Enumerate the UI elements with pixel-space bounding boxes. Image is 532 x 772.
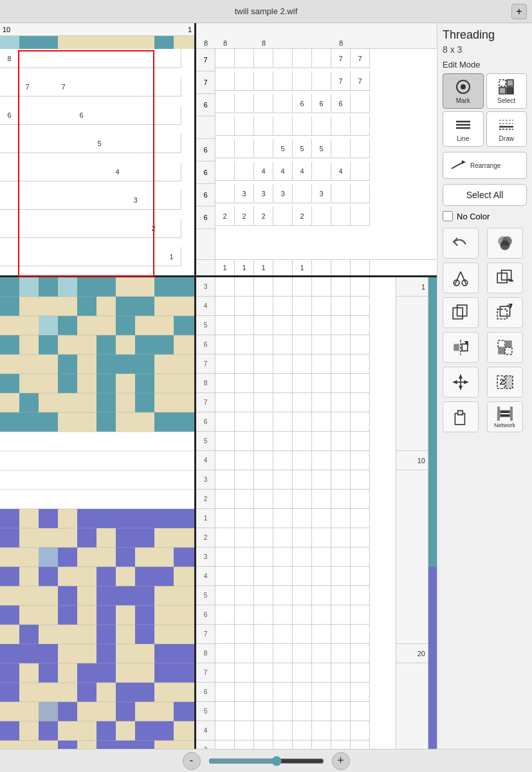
treadling-cell[interactable] bbox=[293, 277, 312, 297]
treadling-cell[interactable] bbox=[293, 490, 312, 509]
color-mix-button[interactable] bbox=[487, 228, 523, 259]
thread-cell[interactable] bbox=[0, 162, 19, 181]
treadling-cell[interactable] bbox=[312, 316, 331, 335]
treadling-cell[interactable] bbox=[293, 393, 312, 412]
thread-cell[interactable]: 1 bbox=[162, 247, 181, 266]
thread-cell[interactable] bbox=[108, 134, 127, 153]
treadling-cell[interactable] bbox=[254, 586, 273, 605]
treadling-cell[interactable] bbox=[235, 547, 254, 567]
treadling-cell[interactable] bbox=[351, 470, 370, 490]
treadling-cell[interactable] bbox=[293, 451, 312, 470]
thread-cell[interactable] bbox=[36, 77, 55, 96]
thread-cell[interactable]: 8 bbox=[0, 49, 19, 68]
thread-cell[interactable] bbox=[90, 247, 109, 266]
treadling-cell[interactable] bbox=[312, 490, 331, 509]
treadling-cell[interactable] bbox=[312, 683, 331, 702]
treadling-cell[interactable] bbox=[351, 509, 370, 528]
treadling-cell[interactable] bbox=[351, 432, 370, 451]
thread-cell[interactable] bbox=[144, 162, 163, 181]
treadling-cell[interactable] bbox=[293, 625, 312, 644]
treadling-cell[interactable] bbox=[312, 335, 331, 354]
thread-cell[interactable] bbox=[144, 106, 163, 125]
flip-v-button[interactable] bbox=[487, 332, 523, 363]
treadling-cell[interactable] bbox=[351, 528, 370, 547]
treadling-cell[interactable] bbox=[312, 451, 331, 470]
treadling-cell[interactable] bbox=[235, 702, 254, 721]
treadling-cell[interactable] bbox=[216, 354, 235, 374]
thread-cell[interactable] bbox=[108, 219, 127, 238]
thread-cell[interactable] bbox=[54, 190, 73, 210]
treadling-cell[interactable] bbox=[331, 316, 351, 335]
treadling-cell[interactable] bbox=[254, 470, 273, 490]
treadling-cell[interactable] bbox=[216, 335, 235, 354]
treadling-cell[interactable] bbox=[254, 354, 273, 374]
thread-cell[interactable] bbox=[0, 247, 19, 266]
thread-cell[interactable]: 6 bbox=[0, 106, 19, 125]
treadling-cell[interactable] bbox=[273, 432, 293, 451]
treadling-cell[interactable] bbox=[331, 470, 351, 490]
thread-cell[interactable] bbox=[18, 219, 37, 238]
treadling-cell[interactable] bbox=[254, 702, 273, 721]
thread-cell[interactable] bbox=[18, 190, 37, 210]
thread-cell[interactable] bbox=[90, 77, 109, 96]
treadling-cell[interactable] bbox=[254, 277, 273, 297]
treadling-cell[interactable] bbox=[254, 567, 273, 586]
thread-cell[interactable]: 6 bbox=[72, 106, 91, 125]
treadling-cell[interactable] bbox=[216, 470, 235, 490]
new-tab-button[interactable]: + bbox=[511, 4, 527, 19]
treadling-cell[interactable] bbox=[331, 412, 351, 432]
treadling-cell[interactable] bbox=[331, 432, 351, 451]
treadling-cell[interactable] bbox=[331, 644, 351, 663]
thread-cell[interactable] bbox=[108, 247, 127, 266]
treadling-cell[interactable] bbox=[216, 625, 235, 644]
thread-cell[interactable]: 7 bbox=[54, 77, 73, 96]
undo-button[interactable] bbox=[443, 228, 479, 259]
treadling-cell[interactable] bbox=[235, 683, 254, 702]
treadling-cell[interactable] bbox=[216, 605, 235, 625]
treadling-cell[interactable] bbox=[312, 644, 331, 663]
treadling-cell[interactable] bbox=[312, 528, 331, 547]
treadling-cell[interactable] bbox=[351, 721, 370, 740]
treadling-cell[interactable] bbox=[273, 277, 293, 297]
treadling-cell[interactable] bbox=[331, 393, 351, 412]
thread-cell[interactable] bbox=[126, 134, 145, 153]
treadling-cell[interactable] bbox=[273, 393, 293, 412]
treadling-cell[interactable] bbox=[351, 702, 370, 721]
treadling-cell[interactable] bbox=[293, 663, 312, 683]
thread-cell[interactable]: 3 bbox=[126, 190, 145, 210]
select-all-button[interactable]: Select All bbox=[443, 184, 527, 206]
treadling-cell[interactable] bbox=[235, 277, 254, 297]
treadling-cell[interactable] bbox=[312, 393, 331, 412]
treadling-cell[interactable] bbox=[293, 547, 312, 567]
treadling-cell[interactable] bbox=[273, 509, 293, 528]
treadling-cell[interactable] bbox=[235, 663, 254, 683]
treadling-cell[interactable] bbox=[351, 547, 370, 567]
thread-cell[interactable] bbox=[72, 162, 91, 181]
treadling-cell[interactable] bbox=[331, 625, 351, 644]
treadling-cell[interactable] bbox=[293, 702, 312, 721]
thread-cell[interactable] bbox=[162, 106, 181, 125]
thread-cell[interactable] bbox=[36, 106, 55, 125]
treadling-cell[interactable] bbox=[273, 316, 293, 335]
thread-cell[interactable] bbox=[162, 162, 181, 181]
treadling-cell[interactable] bbox=[235, 567, 254, 586]
treadling-cell[interactable] bbox=[331, 528, 351, 547]
thread-cell[interactable] bbox=[90, 219, 109, 238]
thread-cell[interactable] bbox=[36, 162, 55, 181]
treadling-cell[interactable] bbox=[273, 644, 293, 663]
copy-transform-button[interactable] bbox=[487, 262, 523, 293]
treadling-cell[interactable] bbox=[216, 702, 235, 721]
treadling-cell[interactable] bbox=[351, 354, 370, 374]
treadling-cell[interactable] bbox=[235, 354, 254, 374]
treadling-cell[interactable] bbox=[293, 297, 312, 316]
treadling-cell[interactable] bbox=[312, 702, 331, 721]
treadling-cell[interactable] bbox=[216, 683, 235, 702]
treadling-cell[interactable] bbox=[273, 721, 293, 740]
thread-cell[interactable] bbox=[54, 106, 73, 125]
thread-cell[interactable] bbox=[54, 162, 73, 181]
treadling-cell[interactable] bbox=[235, 586, 254, 605]
treadling-cell[interactable] bbox=[331, 702, 351, 721]
treadling-cell[interactable] bbox=[273, 586, 293, 605]
treadling-cell[interactable] bbox=[235, 509, 254, 528]
treadling-cell[interactable] bbox=[216, 528, 235, 547]
